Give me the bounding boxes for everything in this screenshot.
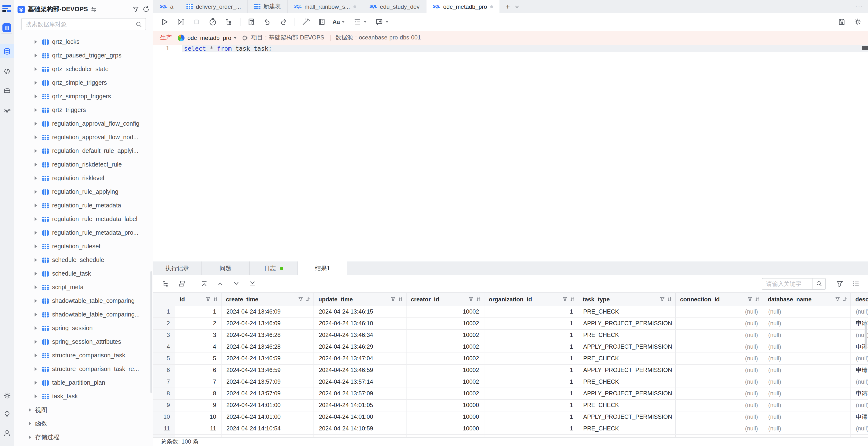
row-number-cell[interactable]: 9 [153, 400, 175, 411]
grid-cell[interactable]: (null) [676, 376, 763, 388]
grid-cell[interactable]: 2024-04-24 13:46:09 [221, 318, 314, 329]
run-icon[interactable] [158, 16, 171, 28]
expand-caret-icon[interactable] [35, 176, 37, 180]
expand-caret-icon[interactable] [35, 149, 37, 153]
grid-header-cell[interactable]: creator_id [406, 293, 485, 306]
grid-cell[interactable]: 2024-04-24 13:46:59 [221, 365, 314, 376]
grid-cell[interactable]: (null) [763, 306, 851, 318]
tree-table-item[interactable]: qrtz_simple_triggers [13, 76, 153, 90]
tree-table-item[interactable]: regulation_approval_flow_config [13, 117, 153, 130]
editor-tab[interactable]: 新建表 [248, 0, 288, 13]
grid-cell[interactable]: APPLY_PROJECT_PERMISSION [578, 365, 676, 376]
editor-tab[interactable]: SQL edu_study_dev [363, 0, 427, 13]
grid-header-cell[interactable]: update_time [314, 293, 406, 306]
search-icon[interactable] [135, 21, 142, 28]
grid-cell[interactable]: 10002 [406, 318, 485, 329]
tree-table-item[interactable]: qrtz_triggers [13, 103, 153, 117]
grid-cell[interactable]: (null) [676, 365, 763, 376]
grid-cell[interactable]: (null) [763, 411, 851, 423]
column-sort-icon[interactable] [667, 297, 672, 302]
tree-table-item[interactable]: spring_session [13, 321, 153, 335]
row-number-cell[interactable]: 2 [153, 318, 175, 329]
grid-header-cell[interactable]: organization_id [485, 293, 578, 306]
expand-caret-icon[interactable] [35, 217, 37, 221]
current-database[interactable]: odc_metadb_pro [187, 34, 231, 41]
grid-cell[interactable]: 5 [175, 353, 221, 364]
grid-cell[interactable]: 1 [485, 423, 578, 434]
workspace-icon[interactable] [2, 23, 11, 32]
column-sort-icon[interactable] [476, 297, 481, 302]
grid-cell[interactable]: (null) [676, 330, 763, 341]
grid-cell[interactable]: (null) [676, 318, 763, 329]
grid-cell[interactable]: PRE_CHECK [578, 330, 676, 341]
result-tab[interactable]: 日志 [250, 262, 298, 275]
column-filter-icon[interactable] [562, 297, 568, 302]
grid-cell[interactable]: 2024-04-24 13:57:14 [314, 376, 406, 388]
grid-cell[interactable]: 10002 [406, 306, 485, 318]
grid-cell[interactable] [676, 435, 763, 437]
tree-table-item[interactable]: qrtz_scheduler_state [13, 62, 153, 76]
grid-header-cell[interactable]: connection_id [676, 293, 763, 306]
grid-cell[interactable]: 10002 [406, 341, 485, 353]
tree-table-item[interactable]: regulation_rule_metadata_label [13, 212, 153, 226]
grid-cell[interactable]: 8 [175, 388, 221, 399]
tree-category-item[interactable]: 函数 [13, 417, 153, 430]
case-menu-button[interactable]: Aa [332, 16, 346, 28]
comment-menu-button[interactable] [374, 16, 390, 28]
sidebar-scrollbar[interactable] [150, 271, 152, 393]
grid-cell[interactable]: 10002 [406, 353, 485, 364]
expand-caret-icon[interactable] [35, 326, 37, 330]
expand-caret-icon[interactable] [35, 136, 37, 139]
expand-caret-icon[interactable] [35, 40, 37, 44]
grid-cell[interactable]: 3 [175, 330, 221, 341]
tree-table-item[interactable]: qrtz_locks [13, 35, 153, 49]
column-settings-icon[interactable] [849, 277, 862, 290]
expand-caret-icon[interactable] [29, 435, 31, 439]
grid-cell[interactable]: (null) [763, 423, 851, 434]
refresh-objects-icon[interactable] [143, 6, 150, 13]
tree-table-item[interactable]: script_meta [13, 280, 153, 294]
grid-cell[interactable]: 2024-04-24 14:01:00 [314, 411, 406, 423]
sql-editor[interactable]: 1 select * from task_task; [153, 45, 868, 262]
tree-category-item[interactable]: 存储过程 [13, 430, 153, 444]
tree-table-item[interactable]: schedule_task [13, 267, 153, 280]
expand-caret-icon[interactable] [35, 285, 37, 289]
grid-cell[interactable]: 10 [175, 411, 221, 423]
tree-table-item[interactable]: qrtz_simprop_triggers [13, 90, 153, 103]
script-nav-icon[interactable] [0, 64, 13, 78]
grid-cell[interactable]: 7 [175, 376, 221, 388]
grid-cell[interactable]: (null) [851, 376, 868, 388]
grid-cell[interactable]: 2024-04-24 13:57:09 [314, 388, 406, 399]
grid-header-cell[interactable] [153, 293, 175, 306]
jump-first-row-icon[interactable] [198, 277, 210, 290]
row-number-cell[interactable]: 4 [153, 341, 175, 353]
grid-cell[interactable]: 2024-04-24 13:46:34 [314, 330, 406, 341]
column-sort-icon[interactable] [569, 297, 575, 302]
indent-menu-button[interactable] [352, 16, 368, 28]
row-number-cell[interactable]: 7 [153, 376, 175, 388]
tree-table-item[interactable]: structure_comparison_task_re... [13, 362, 153, 376]
timer-icon[interactable] [207, 16, 219, 28]
grid-cell[interactable]: 10002 [406, 330, 485, 341]
grid-cell[interactable]: (null) [763, 376, 851, 388]
toolbox-nav-icon[interactable] [0, 83, 13, 97]
grid-cell[interactable] [485, 435, 578, 437]
column-sort-icon[interactable] [213, 297, 218, 302]
row-number-cell[interactable]: 3 [153, 330, 175, 341]
row-number-cell[interactable]: 11 [153, 423, 175, 434]
grid-cell[interactable]: 10002 [406, 365, 485, 376]
column-filter-icon[interactable] [206, 297, 211, 302]
column-sort-icon[interactable] [398, 297, 403, 302]
grid-cell[interactable]: (null) [763, 388, 851, 399]
grid-cell[interactable]: 4 [175, 341, 221, 353]
grid-cell[interactable]: 2024-04-24 14:10:54 [221, 423, 314, 434]
grid-cell[interactable]: 1 [485, 341, 578, 353]
undo-icon[interactable] [261, 16, 274, 28]
grid-cell[interactable]: (null) [676, 411, 763, 423]
tree-table-item[interactable]: task_task [13, 389, 153, 403]
run-current-statement-icon[interactable] [174, 16, 187, 28]
editor-tab[interactable]: delivery_order_... [180, 0, 248, 13]
grid-cell[interactable]: 2 [175, 318, 221, 329]
database-chevron-icon[interactable] [234, 37, 237, 39]
expand-caret-icon[interactable] [35, 162, 37, 167]
